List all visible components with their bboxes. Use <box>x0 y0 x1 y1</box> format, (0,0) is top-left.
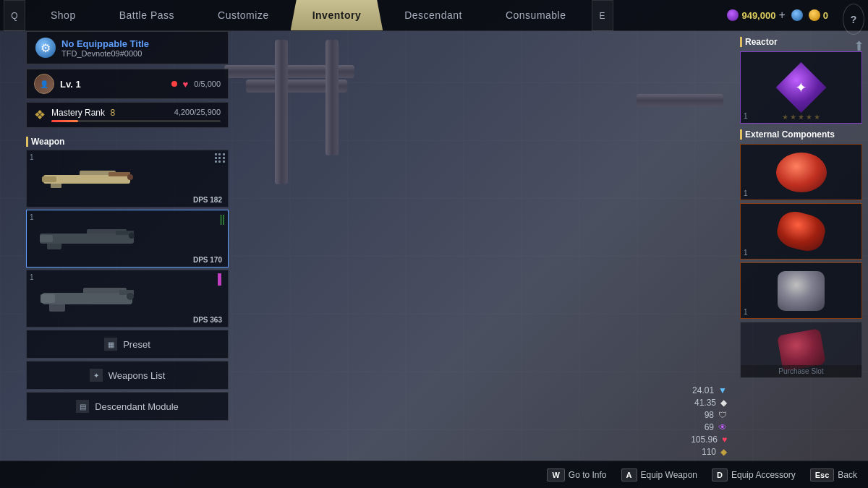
weapon-2-svg <box>36 221 145 257</box>
weapon-slot-2-num: 1 <box>30 213 34 221</box>
bottom-action-bar: W Go to Info A Equip Weapon D Equip Acce… <box>0 461 868 488</box>
mastery-icon: ❖ <box>34 107 46 123</box>
nav-spacer <box>617 0 717 30</box>
weapon-slot-2[interactable]: 1 || DPS 170 <box>26 210 229 267</box>
q-key-label: Q <box>11 11 17 21</box>
weapon-3-image <box>33 277 148 320</box>
currency-add[interactable]: + <box>778 9 785 22</box>
goto-info-label: Go to Info <box>569 470 607 480</box>
player-details: No Equippable Title TFD_Devnote09#0000 <box>61 38 149 58</box>
player-header: ⚙ No Equippable Title TFD_Devnote09#0000 <box>35 38 219 58</box>
top-navigation: Q Shop Battle Pass Customize Inventory D… <box>0 0 868 31</box>
weapons-list-icon: ✦ <box>90 369 103 382</box>
a-key: A <box>621 468 637 481</box>
descendant-module-button[interactable]: ▤ Descendant Module <box>26 392 229 421</box>
currency-blue-icon <box>791 9 803 21</box>
stat-icon-5: ◆ <box>720 447 727 457</box>
level-bar: 👤 Lv. 1 ♥ 0/5,000 <box>26 69 229 99</box>
mastery-xp-value: 4,200/25,900 <box>174 108 221 118</box>
bottom-action-goto-info: W Go to Info <box>547 468 606 481</box>
mastery-progress-bar <box>51 120 221 122</box>
reactor-slot[interactable]: ✦ 1 <box>740 51 862 124</box>
ext-slot-2[interactable]: 1 <box>740 203 862 260</box>
stat-value-2: 98 <box>705 410 714 420</box>
ext-component-2 <box>774 207 829 254</box>
svg-point-16 <box>127 293 134 300</box>
purchase-slot-label: Purchase Slot <box>741 365 861 377</box>
stat-value-3: 69 <box>705 422 714 432</box>
xp-value: 0/5,000 <box>194 80 221 88</box>
ext-slot-4-purchase[interactable]: Purchase Slot <box>740 322 862 378</box>
equip-weapon-label: Equip Weapon <box>641 470 698 480</box>
bottom-action-equip-accessory: D Equip Accessory <box>712 468 796 481</box>
external-components-label: External Components <box>740 129 862 140</box>
stat-row-4: 105.96 ♥ <box>691 435 727 445</box>
esc-key: Esc <box>810 468 835 481</box>
svg-point-10 <box>129 233 135 239</box>
reactor-image: ✦ <box>776 62 827 113</box>
reactor-section: Reactor ✦ 1 <box>740 37 862 124</box>
svg-rect-3 <box>109 172 130 176</box>
descendant-module-icon: ▤ <box>76 400 89 413</box>
stats-panel: 24.01 ▼ 41.35 ◆ 98 🛡 69 👁 105.96 ♥ 110 ◆ <box>691 385 727 459</box>
e-key-button[interactable]: E <box>592 0 613 31</box>
stat-row-3: 69 👁 <box>691 422 727 432</box>
svg-rect-17 <box>41 294 55 303</box>
currency-purple-icon <box>727 9 739 21</box>
weapon-3-svg <box>36 281 145 317</box>
external-components-section: External Components 1 1 1 Purchase Slot <box>740 129 862 378</box>
nav-shop[interactable]: Shop <box>29 0 98 30</box>
weapon-slot-1[interactable]: 1 DPS 182 <box>26 150 229 207</box>
svg-point-4 <box>127 174 133 180</box>
star-4 <box>807 114 812 120</box>
weapons-list-button[interactable]: ✦ Weapons List <box>26 361 229 390</box>
weapon-2-image <box>33 217 148 260</box>
currency-bar: 949,000 + 0 <box>716 0 839 30</box>
weapon-slot-3-num: 1 <box>30 273 34 281</box>
nav-consumable[interactable]: Consumable <box>484 0 588 30</box>
stat-value-0: 24.01 <box>692 385 714 395</box>
nav-descendant[interactable]: Descendant <box>383 0 484 30</box>
nav-customize[interactable]: Customize <box>196 0 291 30</box>
weapon-3-indicator: ▌ <box>218 273 225 285</box>
weapon-1-mod-icon <box>215 153 225 163</box>
stat-value-4: 105.96 <box>691 435 718 445</box>
player-title: No Equippable Title <box>61 38 149 49</box>
reactor-stars <box>783 114 820 120</box>
weapon-1-svg <box>36 160 145 197</box>
stat-icon-1: ◆ <box>720 398 727 408</box>
stat-value-5: 110 <box>702 447 716 457</box>
ext-slot-1[interactable]: 1 <box>740 144 862 200</box>
right-panel: ⬆ Reactor ✦ 1 External Components 1 <box>734 31 868 387</box>
nav-battlepass[interactable]: Battle Pass <box>98 0 196 30</box>
player-info-box: ⚙ No Equippable Title TFD_Devnote09#0000 <box>26 31 229 64</box>
weapon-slot-1-num: 1 <box>30 153 34 161</box>
upload-icon[interactable]: ⬆ <box>854 38 864 54</box>
d-key: D <box>712 468 728 481</box>
stat-icon-4: ♥ <box>722 435 727 445</box>
mastery-bar: ❖ Mastery Rank 8 4,200/25,900 <box>26 102 229 128</box>
equip-accessory-label: Equip Accessory <box>731 470 796 480</box>
stat-row-2: 98 🛡 <box>691 410 727 420</box>
level-text: Lv. 1 <box>60 79 166 90</box>
bottom-action-back: Esc Back <box>810 468 857 481</box>
weapon-section-label: Weapon <box>26 134 229 150</box>
reactor-label: Reactor <box>740 37 862 47</box>
player-id: TFD_Devnote09#0000 <box>61 49 149 58</box>
stat-icon-3: 👁 <box>718 422 727 432</box>
reactor-inner-icon: ✦ <box>795 79 807 96</box>
weapon-slot-3[interactable]: 1 ▌ DPS 363 <box>26 270 229 328</box>
weapon-2-dps: DPS 170 <box>193 256 222 264</box>
star-3 <box>799 114 804 120</box>
help-button[interactable]: ? <box>843 4 864 35</box>
ext-slot-3[interactable]: 1 <box>740 262 862 319</box>
left-panel: ⚙ No Equippable Title TFD_Devnote09#0000… <box>26 31 229 423</box>
stat-row-0: 24.01 ▼ <box>691 385 727 395</box>
heart-icon: ♥ <box>183 79 189 90</box>
notification-dot <box>171 81 177 87</box>
preset-button[interactable]: ▦ Preset <box>26 330 229 359</box>
avatar: 👤 <box>34 74 54 94</box>
currency-gold: 949,000 + <box>727 9 785 22</box>
nav-inventory[interactable]: Inventory <box>291 0 383 30</box>
q-key-button[interactable]: Q <box>4 0 25 31</box>
